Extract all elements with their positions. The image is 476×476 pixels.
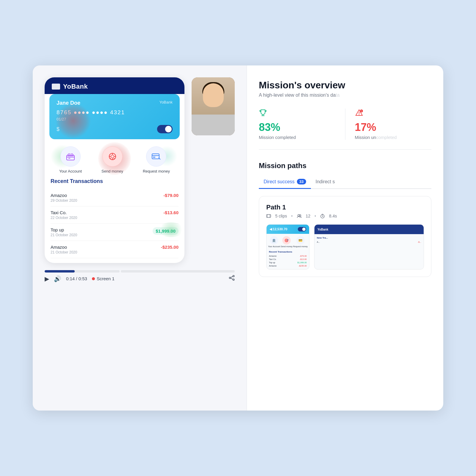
tab-badge: 33 [297,179,306,184]
avatar-body [192,115,235,135]
card-number: 8765 ●●●● ●●●● 4321 [57,109,173,116]
metric-label-uncompleted: Mission uncompleted [355,135,432,140]
mini-transaction-row: Top up $1,999.00 [269,261,307,264]
mini-toggle [298,227,306,231]
phone-and-avatar-row: YoBank Jane Doe YoBank 8765 ●●●● ●●●● 43… [45,77,235,263]
time-display: 0:14 / 0:53 [66,276,87,281]
card-holder-name: Jane Doe [57,100,173,106]
metric-value-uncompleted: 17% [355,121,432,134]
send-money-icon-circle [102,146,123,167]
main-container: YoBank Jane Doe YoBank 8765 ●●●● ●●●● 43… [33,65,443,411]
svg-line-37 [322,216,323,217]
svg-text:!: ! [361,110,362,112]
paths-tabs: Direct success 33 Indirect s [259,176,431,189]
app-title: YoBank [63,83,88,90]
svg-point-19 [233,275,234,277]
right-panel: Mission's overview A high-level view of … [247,65,443,411]
film-icon [266,214,271,218]
transactions-title: Recent Transactions [51,178,178,184]
screen-label-text: Screen 1 [97,276,115,281]
tab-direct-success[interactable]: Direct success 33 [259,176,311,189]
mini-icons-row: 🏦 Your Account 🎯 Send money 💳 Request mo… [267,234,309,249]
mini-balance: ◀ 12,530.70 [270,227,287,231]
progress-track [45,270,120,273]
mini-transaction-row: Taxi Co. -$13.60 [269,258,307,261]
card-icon [52,84,60,90]
mini-new-trans-title: New Tra... [317,237,421,239]
toggle-knob [165,126,172,132]
path-time: 8.4s [329,214,337,218]
path-card: Path 1 5 clips • 12 • [259,196,431,277]
video-controls: ▶ 🔊 0:14 / 0:53 Screen 1 [45,273,235,282]
svg-rect-14 [152,154,159,159]
action-your-account[interactable]: Your Account [59,146,82,173]
mini-transaction-row: A... -$... [317,240,421,244]
transaction-date: 21 October 2020 [51,233,77,237]
bank-card[interactable]: Jane Doe YoBank 8765 ●●●● ●●●● 4321 01/2… [49,94,180,139]
metric-uncompleted: ! 17% Mission uncompleted [345,109,432,140]
transaction-row: Amazoo 21 October 2020 -$235.00 [51,241,178,258]
play-button[interactable]: ▶ [45,275,49,282]
trophy-icon [259,109,336,119]
screen-label: Screen 1 [92,276,115,281]
transaction-amount: -$13.60 [163,210,178,215]
svg-line-23 [231,278,233,279]
transaction-row: Taxi Co. 22 October 2020 -$13.60 [51,206,178,224]
mini-icon-request: 💳 Request money [293,236,308,248]
progress-section: ▶ 🔊 0:14 / 0:53 Screen 1 [45,269,235,282]
transaction-info: Amazoo 21 October 2020 [51,245,77,254]
mini-toggle-knob [302,228,306,231]
svg-rect-30 [267,214,271,217]
progress-track-right [121,270,235,273]
mini-screen2-title: YoBank [317,228,328,231]
your-account-label: Your Account [59,169,82,173]
timer-icon [320,214,325,218]
mini-send-circle: 🎯 [282,236,291,245]
phone-header: YoBank [45,77,184,94]
mini-transaction-row: Amazoo -$79.00 [269,254,307,258]
action-send-money[interactable]: Send money [101,146,123,173]
mini-screen-2: YoBank New Tra... A... -$... [314,224,424,270]
card-bottom: $ [57,125,173,133]
mini-request-circle: 💳 [296,236,305,245]
path-meta: 5 clips • 12 • 8.4s [266,214,424,218]
tab-indirect[interactable]: Indirect s [311,176,340,188]
mission-subtitle: A high-level view of this mission's data [259,93,431,98]
mini-transactions-title: Recent Transactions [269,250,307,253]
volume-button[interactable]: 🔊 [54,275,61,282]
mini-send-label: Send money [281,245,292,248]
svg-line-13 [110,158,111,159]
metrics-row: 83% Mission completed ! 17% Mission unco… [259,109,431,150]
path-clips: 5 clips [275,214,287,218]
transaction-date: 21 October 2020 [51,250,77,254]
share-button[interactable] [229,275,235,282]
send-money-label: Send money [101,169,123,173]
mini-blue-bar: ◀ 12,530.70 [267,225,309,234]
mini-transaction-row: Amazoo -$235.00 [269,264,307,267]
transaction-row: Top up 21 October 2020 $1,999.00 [51,224,178,241]
svg-point-21 [233,279,234,281]
mini-screen2-content: New Tra... A... -$... [314,234,424,246]
transaction-name: Taxi Co. [51,210,77,215]
action-request-money[interactable]: Request money [143,146,170,173]
mini-transactions: Recent Transactions Amazoo -$79.00 Taxi … [267,249,309,269]
avatar-head [203,83,224,107]
svg-line-12 [114,158,114,159]
card-dollar: $ [57,126,60,132]
card-toggle[interactable] [157,125,173,133]
mini-icon-account: 🏦 Your Account [268,236,280,248]
tab-indirect-label: Indirect s [316,179,335,184]
mission-title: Mission's overview [259,80,431,91]
progress-bar-container [45,270,235,273]
svg-point-27 [358,114,359,115]
transaction-info: Amazoo 29 October 2020 [51,193,77,203]
action-icons-row: Your Account [45,139,184,178]
mini-account-label: Your Account [268,245,280,248]
transaction-date: 29 October 2020 [51,198,77,203]
path-screens: ◀ 12,530.70 🏦 Your Account 🎯 Send money [266,224,424,270]
left-panel: YoBank Jane Doe YoBank 8765 ●●●● ●●●● 43… [33,65,247,411]
svg-point-20 [229,277,231,279]
card-expiry: 01/27 [57,117,173,121]
transaction-name: Amazoo [51,193,77,198]
path-title: Path 1 [266,203,424,211]
